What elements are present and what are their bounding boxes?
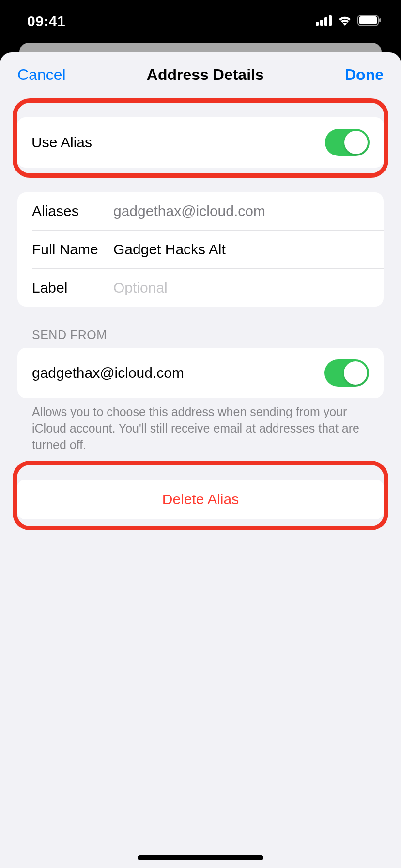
annotation-highlight-delete: Delete Alias xyxy=(13,461,388,530)
done-button[interactable]: Done xyxy=(345,66,384,84)
delete-alias-group: Delete Alias xyxy=(17,480,384,519)
home-indicator[interactable] xyxy=(138,855,263,860)
toggle-knob xyxy=(344,131,368,154)
cancel-button[interactable]: Cancel xyxy=(17,66,66,84)
aliases-label: Aliases xyxy=(32,203,113,219)
annotation-highlight-use-alias: Use Alias xyxy=(13,98,388,178)
status-icons xyxy=(316,15,382,28)
alias-details-group: Aliases gadgethax@icloud.com Full Name G… xyxy=(17,192,384,307)
delete-alias-label: Delete Alias xyxy=(31,491,370,508)
send-from-group: gadgethax@icloud.com xyxy=(17,348,384,398)
cellular-signal-icon xyxy=(316,15,332,28)
full-name-row[interactable]: Full Name Gadget Hacks Alt xyxy=(17,231,384,268)
status-time: 09:41 xyxy=(27,13,65,30)
full-name-label: Full Name xyxy=(32,241,113,258)
send-from-header: SEND FROM xyxy=(17,307,384,348)
toggle-knob xyxy=(344,361,367,385)
svg-rect-6 xyxy=(379,18,381,22)
use-alias-label: Use Alias xyxy=(31,134,325,151)
navigation-bar: Cancel Address Details Done xyxy=(0,66,401,98)
label-row[interactable]: Label Optional xyxy=(17,269,384,307)
status-bar: 09:41 xyxy=(0,0,401,43)
wifi-icon xyxy=(337,15,353,28)
aliases-value: gadgethax@icloud.com xyxy=(113,203,369,219)
svg-rect-3 xyxy=(329,15,332,26)
send-from-footer: Allows you to choose this address when s… xyxy=(17,398,384,453)
modal-sheet: Cancel Address Details Done Use Alias Al… xyxy=(0,52,401,868)
svg-rect-1 xyxy=(320,20,323,26)
battery-icon xyxy=(357,15,382,28)
send-from-toggle[interactable] xyxy=(324,359,369,387)
svg-rect-0 xyxy=(316,22,319,26)
send-from-address: gadgethax@icloud.com xyxy=(32,365,324,381)
use-alias-toggle[interactable] xyxy=(325,129,370,156)
page-title: Address Details xyxy=(147,66,264,84)
send-from-row[interactable]: gadgethax@icloud.com xyxy=(17,348,384,398)
use-alias-group: Use Alias xyxy=(17,117,384,168)
svg-rect-2 xyxy=(324,17,327,26)
label-field[interactable]: Optional xyxy=(113,279,369,296)
use-alias-row[interactable]: Use Alias xyxy=(17,117,384,168)
full-name-field[interactable]: Gadget Hacks Alt xyxy=(113,241,369,258)
label-label: Label xyxy=(32,279,113,296)
svg-rect-5 xyxy=(359,16,377,24)
delete-alias-button[interactable]: Delete Alias xyxy=(17,480,384,519)
aliases-row[interactable]: Aliases gadgethax@icloud.com xyxy=(17,192,384,230)
